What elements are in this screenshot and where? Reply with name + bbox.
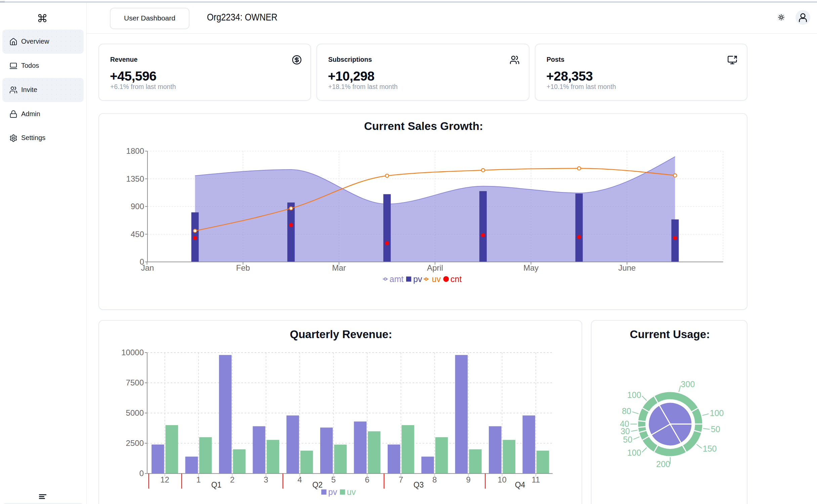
svg-text:Q2: Q2 — [312, 480, 323, 489]
svg-text:Current Usage:: Current Usage: — [630, 328, 710, 340]
svg-text:uv: uv — [432, 274, 441, 284]
svg-text:2: 2 — [230, 475, 234, 484]
svg-text:100: 100 — [627, 448, 641, 457]
svg-text:50: 50 — [623, 435, 632, 444]
svg-text:pv: pv — [413, 274, 422, 284]
svg-text:3: 3 — [264, 475, 268, 484]
svg-text:Current Sales Growth:: Current Sales Growth: — [364, 120, 483, 132]
svg-text:Q3: Q3 — [414, 480, 424, 489]
svg-text:300: 300 — [681, 379, 695, 389]
svg-text:10000: 10000 — [121, 348, 144, 357]
svg-text:Jan: Jan — [141, 263, 154, 272]
svg-text:Q4: Q4 — [515, 480, 525, 489]
svg-text:200: 200 — [656, 459, 670, 469]
svg-text:450: 450 — [131, 230, 144, 239]
svg-text:5000: 5000 — [126, 408, 144, 417]
svg-text:amt: amt — [390, 274, 404, 284]
svg-text:11: 11 — [532, 475, 540, 484]
svg-text:Q1: Q1 — [211, 480, 222, 489]
svg-text:0: 0 — [139, 469, 144, 478]
svg-text:9: 9 — [466, 475, 471, 484]
svg-text:1: 1 — [196, 475, 201, 484]
svg-text:2500: 2500 — [126, 439, 144, 448]
svg-text:1800: 1800 — [126, 146, 144, 155]
svg-text:100: 100 — [710, 408, 724, 418]
svg-text:June: June — [618, 263, 636, 272]
svg-text:Feb: Feb — [236, 263, 250, 272]
svg-text:7500: 7500 — [126, 378, 144, 387]
svg-text:5: 5 — [331, 475, 336, 484]
svg-text:May: May — [523, 263, 539, 272]
svg-text:April: April — [427, 263, 443, 272]
svg-text:8: 8 — [432, 475, 437, 484]
svg-text:12: 12 — [160, 475, 169, 484]
svg-text:6: 6 — [365, 475, 369, 484]
svg-text:7: 7 — [399, 475, 403, 484]
svg-text:50: 50 — [711, 424, 720, 434]
svg-text:900: 900 — [131, 202, 144, 211]
svg-text:150: 150 — [703, 444, 717, 453]
svg-text:uv: uv — [347, 487, 356, 497]
svg-text:Quarterly Revenue:: Quarterly Revenue: — [290, 328, 392, 340]
svg-text:Mar: Mar — [332, 263, 346, 272]
svg-text:cnt: cnt — [450, 274, 462, 284]
svg-text:100: 100 — [627, 390, 641, 400]
svg-text:pv: pv — [328, 487, 337, 497]
svg-text:1350: 1350 — [126, 174, 144, 183]
svg-text:4: 4 — [298, 475, 302, 484]
svg-text:10: 10 — [498, 475, 507, 484]
svg-text:80: 80 — [622, 406, 631, 416]
